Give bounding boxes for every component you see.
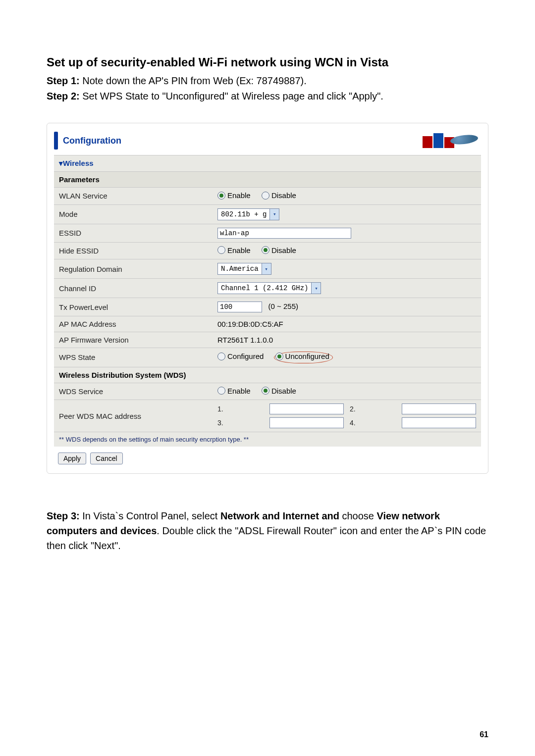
ap-mac-label: AP MAC Address	[54, 316, 213, 332]
peer-mac-label: Peer WDS MAC address	[54, 400, 213, 432]
channel-id-label: Channel ID	[54, 279, 213, 298]
peer-mac-4-input[interactable]	[402, 417, 476, 428]
wps-configured-radio[interactable]: Configured	[217, 352, 264, 360]
highlight-oval-icon: Unconfigured	[274, 352, 333, 363]
tx-power-range: (0 ~ 255)	[268, 302, 298, 310]
page-title: Set up of security-enabled Wi-Fi network…	[47, 55, 488, 69]
wds-header: Wireless Distribution System (WDS)	[54, 367, 481, 383]
wps-state-label: WPS State	[54, 348, 213, 367]
page-number: 61	[480, 730, 488, 739]
peer-mac-1-label: 1.	[217, 405, 264, 413]
chevron-down-icon: ▾	[311, 283, 321, 294]
conf-bar-icon	[54, 132, 58, 150]
parameters-header: Parameters	[54, 172, 481, 188]
radio-off-icon	[262, 192, 269, 200]
wds-enable-radio[interactable]: Enable	[217, 387, 251, 395]
enable-text: Enable	[227, 191, 251, 200]
regulation-domain-value: N.America	[218, 265, 262, 273]
step-1-text: Note down the AP's PIN from Web (Ex: 787…	[80, 75, 307, 86]
mode-label: Mode	[54, 204, 213, 224]
chevron-down-icon: ▾	[262, 263, 271, 274]
peer-mac-4-label: 4.	[350, 419, 396, 427]
step-1-label: Step 1:	[47, 75, 80, 86]
tx-power-input[interactable]: 100	[217, 302, 262, 312]
essid-label: ESSID	[54, 224, 213, 242]
wlan-disable-radio[interactable]: Disable	[262, 191, 296, 200]
vendor-logo-icon	[423, 133, 481, 148]
wlan-service-label: WLAN Service	[54, 188, 213, 205]
channel-id-select[interactable]: Channel 1 (2.412 GHz)▾	[217, 282, 321, 294]
section-wireless: ▾Wireless	[54, 155, 481, 172]
configuration-header: Configuration	[63, 136, 121, 146]
configuration-card: Configuration ▾Wireless Parameters WLAN …	[47, 123, 488, 474]
peer-mac-2-input[interactable]	[402, 403, 476, 414]
regulation-domain-select[interactable]: N.America▾	[217, 263, 271, 275]
mode-value: 802.11b + g	[218, 210, 269, 218]
hide-enable-radio[interactable]: Enable	[217, 246, 251, 254]
step-3-bold-b: Network and Internet and	[220, 510, 342, 521]
ap-mac-value: 00:19:DB:0D:C5:AF	[213, 316, 481, 332]
cancel-button[interactable]: Cancel	[90, 453, 123, 464]
step-2-text: Set WPS State to "Unconfigured" at Wirel…	[80, 91, 383, 101]
wds-note: ** WDS depends on the settings of main s…	[54, 432, 481, 447]
disable-text: Disable	[271, 246, 296, 254]
disable-text: Disable	[271, 387, 296, 395]
wds-service-label: WDS Service	[54, 383, 213, 400]
hide-essid-label: Hide ESSID	[54, 242, 213, 259]
step-3: Step 3: In Vista`s Control Panel, select…	[47, 508, 488, 553]
wps-unconfigured-radio[interactable]: Unconfigured	[275, 352, 329, 360]
hide-disable-radio[interactable]: Disable	[262, 246, 296, 254]
step-2-label: Step 2:	[47, 91, 80, 101]
configured-text: Configured	[227, 352, 264, 360]
enable-text: Enable	[227, 246, 251, 254]
essid-input[interactable]: wlan-ap	[217, 228, 351, 239]
peer-mac-1-input[interactable]	[269, 403, 344, 414]
apply-button[interactable]: Apply	[58, 453, 86, 464]
channel-id-value: Channel 1 (2.412 GHz)	[218, 284, 311, 292]
radio-off-icon	[217, 246, 225, 254]
radio-on-icon	[275, 353, 283, 360]
radio-on-icon	[262, 387, 269, 395]
disable-text: Disable	[271, 191, 296, 200]
radio-on-icon	[217, 192, 225, 200]
wds-disable-radio[interactable]: Disable	[262, 387, 296, 395]
step-1: Step 1: Note down the AP's PIN from Web …	[47, 74, 488, 88]
enable-text: Enable	[227, 387, 251, 395]
peer-mac-2-label: 2.	[350, 405, 396, 413]
radio-off-icon	[217, 387, 225, 395]
wireless-table: ▾Wireless Parameters WLAN Service Enable…	[54, 155, 481, 447]
peer-mac-3-label: 3.	[217, 419, 264, 427]
regulation-domain-label: Regulation Domain	[54, 259, 213, 279]
wlan-enable-radio[interactable]: Enable	[217, 191, 251, 200]
unconfigured-text: Unconfigured	[285, 352, 329, 360]
step-3-label: Step 3:	[47, 510, 80, 521]
wlan-service-value: Enable Disable	[213, 188, 481, 205]
step-3-text-c: choose	[342, 510, 377, 521]
mode-select[interactable]: 802.11b + g▾	[217, 208, 279, 220]
chevron-down-icon: ▾	[269, 209, 279, 220]
ap-firmware-value: RT2561T 1.1.0.0	[213, 332, 481, 348]
radio-on-icon	[262, 246, 269, 254]
peer-mac-3-input[interactable]	[269, 417, 344, 428]
ap-firmware-label: AP Firmware Version	[54, 332, 213, 348]
step-3-text-a: In Vista`s Control Panel, select	[80, 510, 220, 521]
radio-off-icon	[217, 353, 225, 360]
step-2: Step 2: Set WPS State to "Unconfigured" …	[47, 90, 488, 103]
tx-power-label: Tx PowerLevel	[54, 298, 213, 316]
